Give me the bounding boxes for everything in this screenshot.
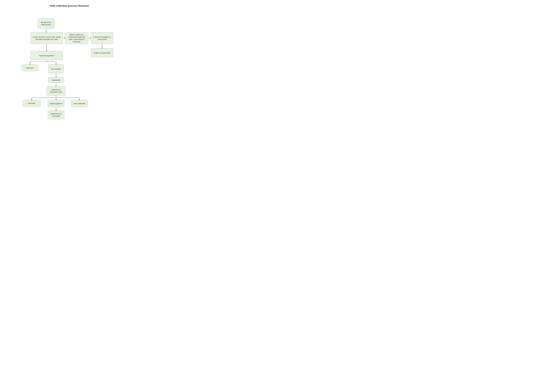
node-debt-paid-1: Debt paid: [22, 64, 38, 71]
node-claim-defended: Claim defended: [71, 100, 88, 107]
node-statement: Statement of Liquidated Claim: [47, 86, 66, 95]
flowchart: We get a new debt account A series of le…: [8, 12, 131, 117]
page-title: Debt collection process flowchart: [50, 4, 89, 7]
node-address-confirm: Debtor's address is confirmed through fi…: [65, 32, 88, 44]
node-new-debt: We get a new debt account: [38, 18, 54, 29]
node-unable-to-locate: Unable to locate debtor: [91, 48, 113, 57]
node-no-resolution: No resolution: [48, 64, 64, 73]
node-enforcement: Enforcement of court order: [48, 110, 64, 119]
node-legal-action: Legal action: [48, 77, 64, 83]
node-debt-paid-2: Debt paid: [23, 100, 41, 107]
node-default-judgment: Default judgment: [48, 100, 64, 107]
node-formal-investigation: A formal investigation is commenced: [91, 32, 113, 44]
node-letters: A series of letters, phone calls, emails…: [30, 32, 63, 44]
node-payment-negotiation: Payment negotiation: [30, 51, 63, 60]
